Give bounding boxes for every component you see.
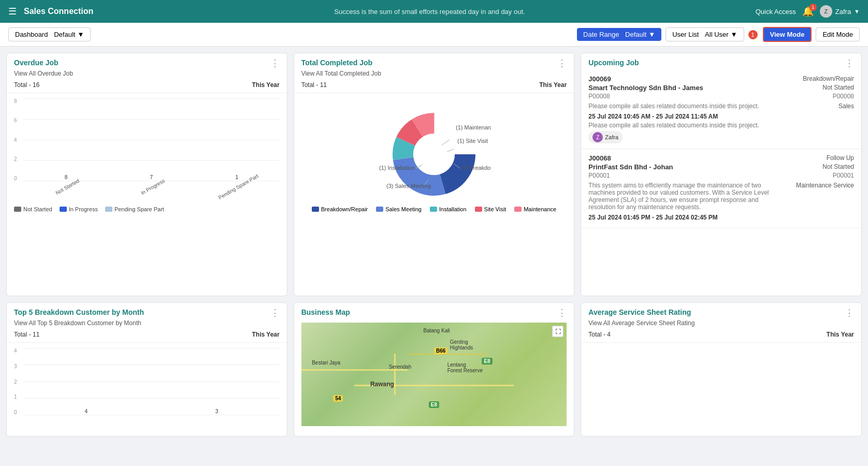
- label-breakdown: (5) Breakdown/Repair: [461, 165, 491, 171]
- road-e8-bottom: E8: [429, 401, 439, 408]
- dashboard-label: Dashboard: [15, 31, 48, 38]
- business-map-title: Business Map: [301, 308, 350, 316]
- map-expand-button[interactable]: ⛶: [552, 326, 563, 337]
- avg-rating-title: Average Service Sheet Rating: [588, 308, 691, 316]
- edit-mode-button[interactable]: Edit Mode: [816, 27, 860, 41]
- upcoming-job-menu[interactable]: ⋮: [845, 59, 854, 68]
- avg-rating-subtitle[interactable]: View All Average Service Sheet Rating: [581, 319, 861, 329]
- hamburger-icon[interactable]: ☰: [8, 6, 17, 17]
- user-name: Zafra: [835, 8, 851, 16]
- chart-area: 8 7 1: [23, 98, 280, 202]
- completed-job-period: This Year: [539, 81, 567, 89]
- view-mode-button[interactable]: View Mode: [763, 27, 812, 42]
- dashboard-selector[interactable]: Dashboard Default ▼: [8, 27, 91, 41]
- legend-color-maintenance: [514, 207, 522, 212]
- top5-meta: Total - 11 This Year: [7, 329, 287, 343]
- upcoming-job-header: Upcoming Job ⋮: [581, 53, 861, 70]
- completed-job-body: (1) Maintenance (1) Site Visit (1) Insta…: [294, 93, 574, 222]
- avg-rating-menu[interactable]: ⋮: [845, 308, 854, 317]
- job-project-left-2: P00001: [588, 172, 610, 179]
- job-project-right-2: P00001: [833, 172, 854, 179]
- date-range-label: Date Range: [583, 31, 619, 38]
- legend-color-breakdown: [312, 207, 319, 212]
- label-maintenance: (1) Maintenance: [456, 124, 491, 130]
- legend-color-in-progress: [60, 207, 67, 212]
- dashboard-grid: Overdue Job ⋮ View All Overdue Job Total…: [0, 47, 868, 443]
- app-tagline: Success is the sum of small efforts repe…: [104, 8, 755, 16]
- top5-header: Top 5 Breakdown Customer by Month ⋮: [7, 303, 287, 319]
- top5-subtitle[interactable]: View All Top 5 Breakdown Customer by Mon…: [7, 319, 287, 329]
- job-project-left-1: P00008: [588, 93, 610, 100]
- notification-count: 1: [809, 4, 817, 11]
- job-customer-2: PrintFast Sdn Bhd - Johan: [588, 163, 673, 171]
- job-time-desc-1: Please compile all sales related documen…: [588, 122, 854, 129]
- top5-bars: 4 3: [28, 348, 274, 415]
- toolbar-left: Dashboard Default ▼: [8, 27, 91, 41]
- job-item-1: J00069 Breakdown/Repair Smart Technology…: [581, 70, 861, 149]
- user-avatar: Z: [820, 5, 832, 18]
- dashboard-value: Default: [54, 31, 75, 38]
- job-status-2: Not Started: [822, 163, 854, 170]
- road-b66: B66: [434, 347, 447, 354]
- bar-value-2: 7: [150, 174, 153, 180]
- map-inner: Batang Kali GentingHighlands Bestari Jay…: [301, 323, 567, 426]
- top5-total: Total - 11: [14, 331, 39, 338]
- business-map-menu[interactable]: ⋮: [557, 308, 567, 317]
- donut-chart: (1) Maintenance (1) Site Visit (1) Insta…: [377, 103, 491, 201]
- legend-color-sales-meeting: [376, 207, 383, 212]
- map-label-lentang: LentangForest Reserve: [447, 362, 483, 373]
- user-list-label: User List: [672, 31, 699, 38]
- road-54: 54: [333, 395, 343, 402]
- job-project-right-1: P00008: [833, 93, 854, 100]
- label-site-visit: (1) Site Visit: [457, 138, 488, 144]
- user-list-button[interactable]: User List All User ▼: [666, 27, 744, 41]
- legend-sales-meeting: Sales Meeting: [376, 206, 422, 212]
- label-sales-meeting: (3) Sales Meeting: [386, 183, 431, 189]
- job-number-1: J00069: [588, 75, 611, 83]
- notification-bell[interactable]: 🔔 1: [802, 6, 814, 17]
- legend-in-progress: In Progress: [60, 206, 98, 212]
- job-customer-1: Smart Technology Sdn Bhd - James: [588, 84, 703, 92]
- avg-rating-period: This Year: [827, 331, 854, 338]
- overdue-job-header: Overdue Job ⋮: [7, 53, 287, 70]
- job-row-1-customer: Smart Technology Sdn Bhd - James Not Sta…: [588, 84, 854, 92]
- job-row-2-project: P00001 P00001: [588, 172, 854, 179]
- completed-job-subtitle[interactable]: View All Total Completed Job: [294, 70, 574, 79]
- bar-value-3: 1: [235, 174, 238, 180]
- legend-not-started: Not Started: [14, 206, 52, 212]
- overdue-job-meta: Total - 16 This Year: [7, 79, 287, 93]
- job-row-1-header: J00069 Breakdown/Repair: [588, 75, 854, 83]
- business-map-card: Business Map ⋮ Batang Kali GentingHighla…: [294, 302, 575, 436]
- overdue-job-title: Overdue Job: [14, 59, 59, 67]
- chevron-down-icon: ▼: [731, 31, 737, 38]
- job-row-2-customer: PrintFast Sdn Bhd - Johan Not Started: [588, 163, 854, 171]
- avg-rating-card: Average Service Sheet Rating ⋮ View All …: [581, 302, 862, 436]
- overdue-legend: Not Started In Progress Pending Spare Pa…: [14, 206, 280, 212]
- toolbar-badge: 1: [748, 30, 758, 39]
- completed-job-total: Total - 11: [301, 81, 327, 89]
- job-desc-left-1: Please compile all sales related documen…: [588, 103, 759, 110]
- job-desc-left-2: This system aims to efficiently manage t…: [588, 182, 774, 211]
- completed-job-meta: Total - 11 This Year: [294, 79, 574, 93]
- avg-rating-header: Average Service Sheet Rating ⋮: [581, 303, 861, 319]
- legend-color-installation: [430, 207, 437, 212]
- overdue-job-menu[interactable]: ⋮: [270, 59, 280, 68]
- job-time-1: 25 Jul 2024 10:45 AM - 25 Jul 2024 11:45…: [588, 113, 854, 120]
- job-row-2-desc: This system aims to efficiently manage t…: [588, 180, 854, 212]
- overdue-job-body: 0 2 4 6 8: [7, 93, 287, 217]
- map-view[interactable]: Batang Kali GentingHighlands Bestari Jay…: [301, 323, 567, 426]
- top5-menu[interactable]: ⋮: [270, 308, 280, 317]
- job-row-1-project: P00008 P00008: [588, 93, 854, 100]
- overdue-job-subtitle[interactable]: View All Overdue Job: [7, 70, 287, 79]
- job-status-1: Not Started: [822, 84, 854, 91]
- job-tags-1: Z Zafra: [588, 131, 854, 143]
- completed-job-menu[interactable]: ⋮: [557, 59, 567, 68]
- job-type-2: Follow Up: [827, 154, 854, 162]
- date-range-button[interactable]: Date Range Default ▼: [577, 28, 661, 41]
- completed-job-card: Total Completed Job ⋮ View All Total Com…: [294, 53, 575, 296]
- top5-period: This Year: [252, 331, 280, 338]
- toolbar: Dashboard Default ▼ Date Range Default ▼…: [0, 23, 868, 47]
- user-menu[interactable]: Z Zafra ▼: [820, 5, 860, 18]
- overdue-job-period: This Year: [252, 81, 280, 89]
- quick-access-button[interactable]: Quick Access: [756, 8, 796, 16]
